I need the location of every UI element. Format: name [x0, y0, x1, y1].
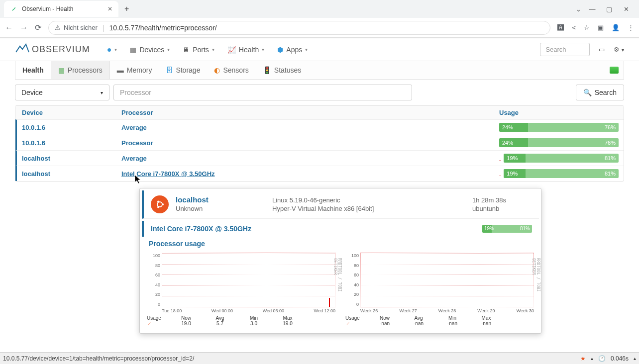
device-link[interactable]: localhost: [22, 170, 50, 178]
subnav-storage[interactable]: 🗄 Storage: [159, 61, 207, 79]
storage-icon: 🗄: [166, 66, 173, 74]
health-icon: 📈: [227, 46, 236, 54]
statuses-icon: 🚦: [263, 66, 271, 74]
devices-icon: ▦: [130, 46, 136, 54]
translate-icon[interactable]: 🅰: [557, 24, 564, 31]
security-indicator[interactable]: ⚠ Nicht sicher: [55, 24, 98, 31]
chevron-down-icon: ▾: [114, 47, 117, 52]
subnav-processors[interactable]: ▦ Processors: [51, 61, 110, 79]
usage-bar: 19%81%: [504, 169, 619, 178]
address-bar[interactable]: ⚠ Nicht sicher | 10.0.5.77/health/metric…: [48, 21, 550, 35]
apps-icon: ⬢: [277, 46, 283, 54]
favicon-icon: ⟋: [10, 5, 18, 13]
subnav-sensors[interactable]: ◐ Sensors: [207, 61, 255, 79]
processor-link[interactable]: Intel Core i7-7800X @ 3.50GHz: [121, 170, 215, 178]
close-window-icon[interactable]: ✕: [620, 3, 632, 15]
usage-bar: 24%76%: [499, 123, 619, 132]
device-link[interactable]: 10.0.1.6: [22, 139, 45, 147]
tab-title: Observium - Health: [22, 5, 73, 12]
chevron-down-icon: ▾: [101, 90, 103, 95]
browser-tab[interactable]: ⟋ Observium - Health ✕: [4, 1, 118, 17]
cpu-icon: ▦: [58, 66, 65, 74]
ports-icon: 🖥: [183, 46, 190, 54]
nav-globe[interactable]: ● ▾: [102, 42, 122, 57]
processor-link[interactable]: Average: [121, 124, 147, 131]
gear-icon[interactable]: ⚙ ▾: [614, 46, 624, 53]
new-tab-button[interactable]: +: [120, 2, 133, 15]
processors-table: Device Processor Usage 10.0.1.6Average24…: [15, 105, 624, 182]
close-icon[interactable]: ✕: [107, 5, 112, 12]
back-icon[interactable]: ←: [5, 23, 13, 32]
subnav-memory[interactable]: ▬ Memory: [110, 61, 159, 79]
sidepanel-icon[interactable]: ▣: [598, 24, 604, 31]
table-row: localhostAverage-19%81%: [15, 150, 624, 166]
nav-ports[interactable]: 🖥 Ports ▾: [178, 43, 219, 57]
device-filter-dropdown[interactable]: Device ▾: [15, 85, 109, 100]
global-search-input[interactable]: [540, 43, 590, 56]
nav-apps[interactable]: ⬢ Apps ▾: [272, 43, 313, 57]
sensors-icon: ◐: [214, 66, 220, 74]
col-header-processor[interactable]: Processor: [121, 109, 499, 116]
device-link[interactable]: 10.0.1.6: [22, 124, 45, 131]
logo[interactable]: OBSERVIUM: [15, 43, 90, 56]
table-row: localhostIntel Core i7-7800X @ 3.50GHz-1…: [15, 166, 624, 181]
maximize-icon[interactable]: ▢: [603, 3, 615, 15]
subnav-title: Health: [15, 61, 51, 79]
subnav-statuses[interactable]: 🚦 Statuses: [256, 61, 308, 79]
chevron-down-icon: ▾: [212, 47, 214, 52]
warning-icon: ⚠: [55, 24, 61, 31]
laptop-icon[interactable]: ▭: [595, 44, 609, 55]
reload-icon[interactable]: ⟳: [35, 23, 41, 32]
bookmark-icon[interactable]: ☆: [584, 24, 590, 31]
chevron-down-icon: ▾: [167, 47, 170, 52]
chevron-down-icon: ▾: [305, 47, 308, 52]
processor-link[interactable]: Processor: [121, 139, 153, 147]
chevron-down-icon: ▾: [262, 47, 264, 52]
chevron-down-icon[interactable]: ⌄: [576, 5, 581, 13]
menu-icon[interactable]: ⋮: [628, 24, 634, 31]
graph-view-icon[interactable]: [610, 67, 619, 74]
usage-bar: 24%76%: [499, 138, 619, 147]
nav-devices[interactable]: ▦ Devices ▾: [125, 43, 175, 57]
globe-icon: ●: [107, 45, 112, 54]
processor-link[interactable]: Average: [121, 155, 147, 162]
col-header-usage[interactable]: Usage: [499, 109, 619, 116]
table-row: 10.0.1.6Processor24%76%: [15, 135, 624, 150]
search-button[interactable]: 🔍 Search: [576, 85, 624, 100]
logo-icon: [15, 43, 30, 56]
minimize-icon[interactable]: —: [586, 3, 598, 15]
share-icon[interactable]: <: [572, 24, 576, 31]
col-header-device[interactable]: Device: [22, 109, 121, 116]
usage-bar: 19%81%: [504, 154, 619, 163]
table-row: 10.0.1.6Average24%76%: [15, 119, 624, 135]
profile-icon[interactable]: 👤: [612, 24, 620, 31]
device-link[interactable]: localhost: [22, 155, 50, 162]
memory-icon: ▬: [117, 66, 124, 74]
forward-icon[interactable]: →: [20, 23, 28, 32]
nav-health[interactable]: 📈 Health ▾: [222, 43, 269, 57]
search-icon: 🔍: [583, 89, 592, 96]
processor-filter-input[interactable]: [113, 85, 412, 100]
